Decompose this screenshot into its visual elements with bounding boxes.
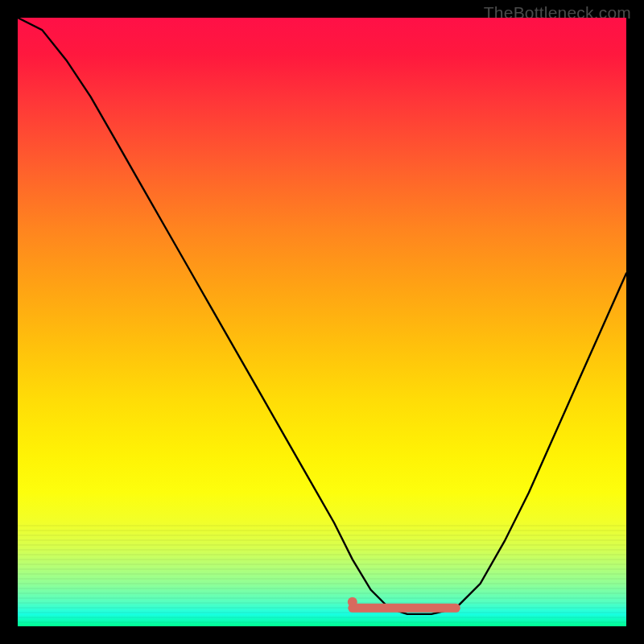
plot-area <box>18 18 626 626</box>
optimal-point-marker <box>348 597 357 607</box>
chart-svg <box>18 18 626 626</box>
bottleneck-curve <box>18 18 626 614</box>
chart-frame: TheBottleneck.com <box>0 0 644 644</box>
